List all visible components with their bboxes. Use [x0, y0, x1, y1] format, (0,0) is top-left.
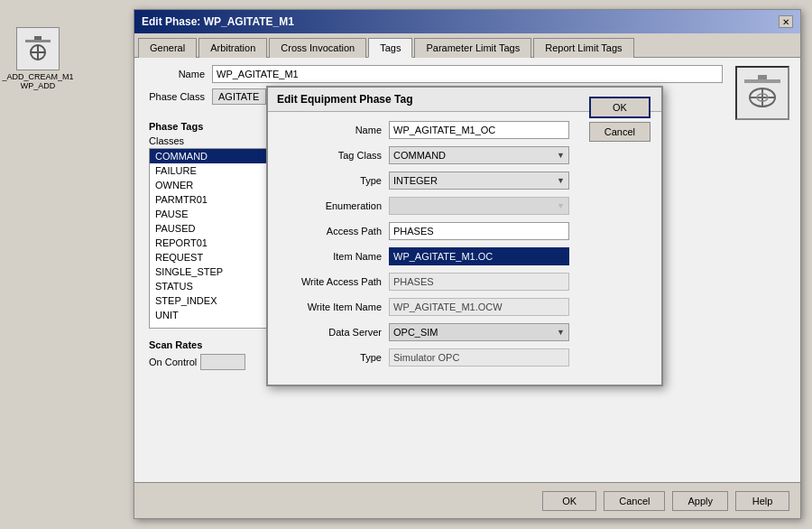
type-value: INTEGER [393, 175, 438, 186]
type2-row: Type [282, 348, 647, 367]
name-input[interactable] [212, 65, 723, 83]
access-path-row: Access Path [282, 222, 647, 240]
inner-form: Name Tag Class COMMAND ▼ Type INTEGER ▼ … [268, 112, 661, 367]
main-dialog-titlebar: Edit Phase: WP_AGITATE_M1 ✕ [134, 10, 800, 33]
inner-dialog: Edit Equipment Phase Tag OK Cancel Name … [266, 86, 663, 386]
item-name-label: Item Name [282, 251, 382, 262]
class-item-report01[interactable]: REPORT01 [150, 236, 274, 250]
tag-class-label: Tag Class [282, 150, 382, 161]
tab-general[interactable]: General [138, 38, 197, 58]
phase-tags-title: Phase Tags [149, 121, 279, 132]
enumeration-select: ▼ [389, 197, 569, 215]
write-access-path-input[interactable] [389, 273, 569, 291]
access-path-label: Access Path [282, 226, 382, 237]
enumeration-dropdown-icon: ▼ [557, 201, 565, 210]
class-item-status[interactable]: STATUS [150, 279, 274, 293]
write-item-name-input[interactable] [389, 298, 569, 316]
tab-parameter-limit-tags[interactable]: Parameter Limit Tags [414, 38, 531, 58]
tab-report-limit-tags[interactable]: Report Limit Tags [533, 38, 633, 58]
classes-list[interactable]: COMMAND FAILURE OWNER PARMTR01 PAUSE PAU… [149, 148, 275, 329]
scan-rate-input[interactable] [200, 354, 245, 370]
type2-label: Type [282, 352, 382, 363]
bottom-buttons: OK Cancel Apply Help [134, 482, 800, 518]
write-access-path-label: Write Access Path [282, 276, 382, 287]
cancel-button[interactable]: Cancel [604, 491, 665, 511]
data-server-label: Data Server [282, 327, 382, 338]
data-server-dropdown-icon: ▼ [557, 328, 565, 337]
class-item-failure[interactable]: FAILURE [150, 163, 274, 178]
phase-class-label: Phase Class [142, 91, 205, 102]
item-name-input[interactable] [389, 247, 569, 265]
type-row: Type INTEGER ▼ [282, 172, 647, 190]
on-control-label: On Control [149, 357, 197, 367]
classes-title: Classes [149, 135, 279, 146]
inner-name-input[interactable] [389, 121, 569, 139]
phase-class-value: AGITATE [212, 88, 266, 105]
class-item-pause[interactable]: PAUSE [150, 207, 274, 221]
tab-tags[interactable]: Tags [368, 38, 412, 58]
svg-rect-6 [744, 79, 780, 83]
class-item-step-index[interactable]: STEP_INDEX [150, 293, 274, 308]
item-name-row: Item Name [282, 247, 647, 265]
class-item-single-step[interactable]: SINGLE_STEP [150, 264, 274, 279]
class-item-unit[interactable]: UNIT [150, 308, 274, 322]
tag-class-select[interactable]: COMMAND ▼ [389, 146, 569, 164]
class-item-command[interactable]: COMMAND [150, 149, 274, 163]
type-label: Type [282, 175, 382, 186]
class-item-parmtr01[interactable]: PARMTR01 [150, 192, 274, 207]
tab-cross-invocation[interactable]: Cross Invocation [269, 38, 366, 58]
help-button[interactable]: Help [735, 491, 789, 511]
svg-rect-0 [34, 36, 42, 40]
class-item-paused[interactable]: PAUSED [150, 221, 274, 236]
tag-class-row: Tag Class COMMAND ▼ [282, 146, 647, 164]
scan-rates-section: Scan Rates On Control [142, 332, 286, 377]
phase-icon [735, 66, 789, 120]
type-dropdown-icon: ▼ [557, 176, 565, 185]
access-path-input[interactable] [389, 222, 569, 240]
class-item-request[interactable]: REQUEST [150, 250, 274, 264]
inner-ok-button[interactable]: OK [589, 97, 651, 118]
name-row: Name [134, 58, 800, 88]
write-access-path-row: Write Access Path [282, 273, 647, 291]
tabs-bar: General Arbitration Cross Invocation Tag… [134, 33, 800, 58]
name-label: Name [142, 69, 205, 79]
bg-icon-1: _ADD_CREAM_M1 WP_ADD [11, 27, 65, 90]
ok-button[interactable]: OK [542, 491, 596, 511]
scan-rate-row: On Control [149, 354, 279, 370]
inner-name-label: Name [282, 125, 382, 135]
data-server-value: OPC_SIM [393, 327, 438, 338]
type2-input [389, 348, 569, 367]
left-panel: Phase Tags Classes COMMAND FAILURE OWNER… [142, 117, 286, 529]
tag-class-value: COMMAND [393, 150, 446, 161]
svg-rect-1 [25, 40, 51, 42]
data-server-row: Data Server OPC_SIM ▼ [282, 323, 647, 341]
write-item-name-row: Write Item Name [282, 298, 647, 316]
main-dialog-close-button[interactable]: ✕ [779, 15, 793, 28]
tag-class-dropdown-icon: ▼ [557, 151, 565, 160]
enumeration-label: Enumeration [282, 200, 382, 211]
tab-arbitration[interactable]: Arbitration [198, 38, 267, 58]
phase-tags-section: Phase Tags Classes COMMAND FAILURE OWNER… [142, 117, 286, 332]
class-item-owner[interactable]: OWNER [150, 178, 274, 192]
inner-dialog-buttons: OK Cancel [589, 97, 651, 142]
main-dialog-title: Edit Phase: WP_AGITATE_M1 [142, 15, 294, 28]
write-item-name-label: Write Item Name [282, 302, 382, 312]
svg-rect-5 [758, 75, 767, 79]
inner-cancel-button[interactable]: Cancel [589, 122, 651, 142]
type-select[interactable]: INTEGER ▼ [389, 172, 569, 190]
apply-button[interactable]: Apply [672, 491, 728, 511]
scan-rates-title: Scan Rates [149, 339, 279, 350]
enumeration-row: Enumeration ▼ [282, 197, 647, 215]
data-server-select[interactable]: OPC_SIM ▼ [389, 323, 569, 341]
